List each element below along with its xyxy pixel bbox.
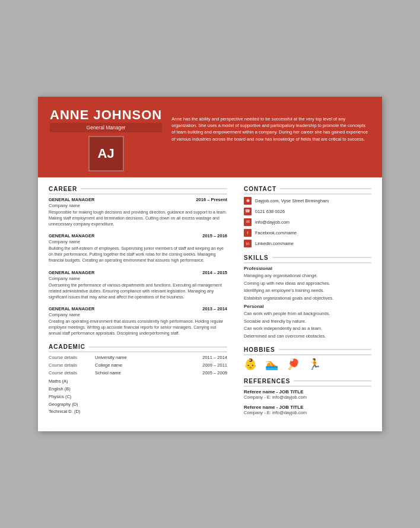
career-section: CAREER GENERAL MANAGER 2016 – Present Co… xyxy=(49,186,227,337)
career-header: GENERAL MANAGER 2016 – Present xyxy=(49,197,227,202)
academic-row: Course details College name 2009 – 2011 xyxy=(49,362,227,368)
career-header: GENERAL MANAGER 2013 – 2014 xyxy=(49,306,227,311)
contact-text: Dayjob.com, Vyse Street Birmingham xyxy=(255,198,329,203)
career-company: Company name xyxy=(49,239,227,244)
subject-item: Physics (C) xyxy=(49,393,227,401)
career-description: Creating an operating environment that a… xyxy=(49,319,227,336)
academic-row: Course details School name 2005 – 2009 xyxy=(49,370,227,376)
avatar: AJ xyxy=(88,136,124,171)
academic-institution: School name xyxy=(95,370,187,376)
body-section: CAREER GENERAL MANAGER 2016 – Present Co… xyxy=(38,177,382,431)
contact-text: 0121 638 0026 xyxy=(255,209,285,214)
skills-personal-label: Personal xyxy=(244,304,371,309)
career-company: Company name xyxy=(49,312,227,317)
career-header: GENERAL MANAGER 2014 – 2015 xyxy=(49,270,227,275)
reference-entry: Referee name - JOB TITLE Company - E: in… xyxy=(244,405,371,415)
right-column: CONTACT ◉ Dayjob.com, Vyse Street Birmin… xyxy=(238,186,371,423)
linkedin-icon: in xyxy=(244,240,252,247)
career-role: GENERAL MANAGER xyxy=(49,306,94,311)
academic-institution: University name xyxy=(95,355,187,360)
academic-year: 2011 – 2014 xyxy=(192,355,227,360)
hobbies-section: HOBBIES 👶🏊🏓🏃 xyxy=(244,346,371,371)
skills-section: SKILLS Professional Managing any organis… xyxy=(244,255,371,339)
academic-label: Course details xyxy=(49,362,90,368)
subject-item: Technical D. (D) xyxy=(49,408,227,416)
career-years: 2016 – Present xyxy=(196,197,227,202)
academic-label: Course details xyxy=(49,370,90,376)
academic-year: 2005 – 2009 xyxy=(192,370,227,376)
subject-item: Geography (D) xyxy=(49,401,227,409)
facebook-icon: f xyxy=(244,229,252,237)
personal-skills: Can work with people from all background… xyxy=(244,311,371,339)
academic-label: Course details xyxy=(49,355,90,360)
header-summary: Anne has the ability and perspective nee… xyxy=(171,105,370,142)
references-section: REFERENCES Referee name - JOB TITLE Comp… xyxy=(244,378,371,415)
academic-subjects: Maths (A)English (B)Physics (C)Geography… xyxy=(49,378,227,416)
career-description: Building the self-esteem of employees. S… xyxy=(49,246,227,263)
header-section: ANNE JOHNSON General Manager AJ Anne has… xyxy=(38,97,382,177)
hobby-icon: 👶 xyxy=(244,358,257,371)
contact-items: ◉ Dayjob.com, Vyse Street Birmingham ☎ 0… xyxy=(244,197,371,247)
career-role: GENERAL MANAGER xyxy=(49,233,94,238)
career-role: GENERAL MANAGER xyxy=(49,270,94,275)
email-icon: ✉ xyxy=(244,218,252,226)
professional-skill-item: Identifying an employee's training needs… xyxy=(244,288,371,294)
personal-skill-item: Sociable and friendly by nature. xyxy=(244,319,371,325)
contact-section: CONTACT ◉ Dayjob.com, Vyse Street Birmin… xyxy=(244,186,371,247)
hobby-icon: 🏓 xyxy=(287,358,300,371)
skills-professional-label: Professional xyxy=(244,266,371,271)
contact-title: CONTACT xyxy=(244,186,371,195)
contact-item: f Facebook.com/name xyxy=(244,229,371,237)
contact-item: ☎ 0121 638 0026 xyxy=(244,208,371,215)
hobby-icon: 🏊 xyxy=(265,358,278,371)
career-years: 2014 – 2015 xyxy=(202,270,227,275)
candidate-name: ANNE JOHNSON xyxy=(50,105,162,123)
career-entry: GENERAL MANAGER 2014 – 2015 Company name… xyxy=(49,270,227,300)
career-years: 2015 – 2016 xyxy=(202,233,227,238)
references-title: REFERENCES xyxy=(244,378,371,387)
left-column: CAREER GENERAL MANAGER 2016 – Present Co… xyxy=(49,186,238,423)
contact-item: in Linkedin.com/name xyxy=(244,240,371,247)
career-header: GENERAL MANAGER 2015 – 2016 xyxy=(49,233,227,238)
professional-skill-item: Managing any organisational change. xyxy=(244,273,371,279)
hobbies-icons: 👶🏊🏓🏃 xyxy=(244,358,371,371)
location-icon: ◉ xyxy=(244,197,252,205)
academic-rows: Course details University name 2011 – 20… xyxy=(49,355,227,376)
career-description: Responsible for making tough decisions a… xyxy=(49,209,227,227)
resume-page: ANNE JOHNSON General Manager AJ Anne has… xyxy=(38,97,382,431)
career-description: Overseeing the performance of various de… xyxy=(49,282,227,300)
academic-title: ACADEMIC xyxy=(49,343,227,352)
career-role: GENERAL MANAGER xyxy=(49,197,94,202)
contact-item: ✉ info@dayjob.com xyxy=(244,218,371,226)
referee-name: Referee name - JOB TITLE xyxy=(244,405,371,410)
career-entry: GENERAL MANAGER 2013 – 2014 Company name… xyxy=(49,306,227,336)
career-title: CAREER xyxy=(49,186,227,195)
career-company: Company name xyxy=(49,203,227,208)
referee-name: Referee name - JOB TITLE xyxy=(244,389,371,395)
career-years: 2013 – 2014 xyxy=(202,306,227,311)
subject-item: English (B) xyxy=(49,386,227,393)
contact-text: info@dayjob.com xyxy=(255,220,289,225)
personal-skill-item: Determined and can overcome obstacles. xyxy=(244,333,371,339)
career-entries: GENERAL MANAGER 2016 – Present Company n… xyxy=(49,197,227,337)
academic-row: Course details University name 2011 – 20… xyxy=(49,355,227,360)
hobbies-title: HOBBIES xyxy=(244,346,371,355)
career-entry: GENERAL MANAGER 2015 – 2016 Company name… xyxy=(49,233,227,263)
reference-entries: Referee name - JOB TITLE Company - E: in… xyxy=(244,389,371,415)
personal-skill-item: Can work independently and as a team. xyxy=(244,326,371,332)
academic-institution: College name xyxy=(95,362,187,368)
job-title-badge: General Manager xyxy=(50,123,162,132)
reference-entry: Referee name - JOB TITLE Company - E: in… xyxy=(244,389,371,400)
subject-item: Maths (A) xyxy=(49,378,227,386)
contact-text: Facebook.com/name xyxy=(255,230,297,236)
career-company: Company name xyxy=(49,276,227,281)
hobby-icon: 🏃 xyxy=(308,358,321,371)
phone-icon: ☎ xyxy=(244,208,252,215)
career-entry: GENERAL MANAGER 2016 – Present Company n… xyxy=(49,197,227,227)
professional-skill-item: Establish organizational goals and objec… xyxy=(244,295,371,301)
contact-text: Linkedin.com/name xyxy=(255,241,294,246)
referee-company: Company - E: info@dayjob.com xyxy=(244,395,371,400)
header-left: ANNE JOHNSON General Manager AJ xyxy=(50,105,162,171)
academic-section: ACADEMIC Course details University name … xyxy=(49,343,227,416)
skills-title: SKILLS xyxy=(244,255,371,263)
